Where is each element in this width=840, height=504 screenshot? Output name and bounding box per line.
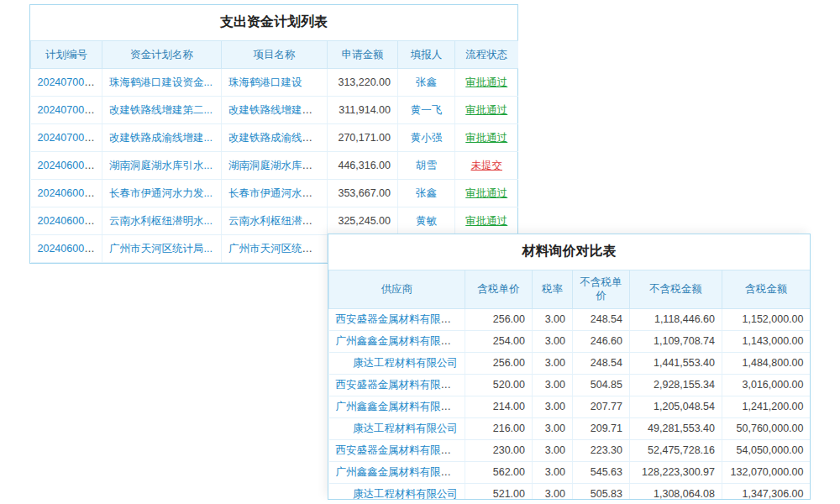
plan-table: 计划编号 资金计划名称 项目名称 申请金额 填报人 流程状态 202407000… <box>30 40 518 263</box>
amount-incl-cell: 54,050,000.00 <box>722 439 811 461</box>
project-name-cell: 云南水利枢纽潜明... <box>222 207 328 235</box>
project-name-link[interactable]: 湖南洞庭湖水库引... <box>228 160 321 171</box>
status-link[interactable]: 审批通过 <box>465 215 507 227</box>
column-header-plan-name: 资金计划名称 <box>102 41 222 69</box>
plan-id-cell: 2024070001 <box>31 124 102 152</box>
reporter-link[interactable]: 张鑫 <box>416 76 437 88</box>
amount-incl-cell: 1,152,000.00 <box>722 308 811 330</box>
plan-name-link[interactable]: 长春市伊通河水力发... <box>109 187 213 199</box>
status-link[interactable]: 审批通过 <box>465 132 507 144</box>
amount-excl-cell: 1,118,446.60 <box>630 308 722 330</box>
plan-id-link[interactable]: 2024060010 <box>38 187 97 199</box>
plan-name-cell: 珠海鹤港口建设资金... <box>102 69 222 97</box>
plan-name-link[interactable]: 广州市天河区统计局... <box>109 243 213 255</box>
quote-table-panel: 材料询价对比表 供应商 含税单价 税率 不含税单价 不含税金额 含税金额 西安盛… <box>328 234 811 500</box>
plan-id-link[interactable]: 2024070002 <box>38 104 97 116</box>
quote-table-row: 康达工程材料有限公司 216.00 3.00 209.71 49,281,553… <box>329 417 811 439</box>
amount-incl-cell: 132,070,000.00 <box>722 461 811 483</box>
supplier-cell: 康达工程材料有限公司 <box>329 483 465 500</box>
reporter-cell: 胡雪 <box>398 152 455 180</box>
plan-table-row: 2024060011 湖南洞庭湖水库引水... 湖南洞庭湖水库引... 446,… <box>31 152 518 180</box>
column-header-status: 流程状态 <box>455 41 518 69</box>
supplier-link[interactable]: 康达工程材料有限公司 <box>353 423 458 434</box>
amount-incl-cell: 1,347,306.00 <box>722 483 811 500</box>
reporter-link[interactable]: 胡雪 <box>416 160 437 171</box>
quote-table-row: 西安盛器金属材料有限公司 520.00 3.00 504.85 2,928,15… <box>329 374 811 396</box>
amount-excl-cell: 1,441,553.40 <box>630 352 722 374</box>
quote-table-header-row: 供应商 含税单价 税率 不含税单价 不含税金额 含税金额 <box>329 270 811 309</box>
price-excl-cell: 248.54 <box>573 352 630 374</box>
quote-table-row: 广州鑫鑫金属材料有限公司 214.00 3.00 207.77 1,205,04… <box>329 396 811 417</box>
project-name-cell: 珠海鹤港口建设 <box>222 69 328 97</box>
reporter-link[interactable]: 黄敏 <box>416 215 437 227</box>
supplier-link[interactable]: 广州鑫鑫金属材料有限公司 <box>336 466 462 478</box>
amount-excl-cell: 1,205,048.54 <box>630 396 722 417</box>
plan-id-link[interactable]: 2024060008 <box>38 243 97 255</box>
plan-id-cell: 2024070003 <box>31 69 102 97</box>
plan-table-panel: 支出资金计划列表 计划编号 资金计划名称 项目名称 申请金额 填报人 流程状态 … <box>29 4 518 264</box>
plan-table-row: 2024070002 改建铁路线增建第二... 改建铁路线增建第... 311,… <box>31 97 518 124</box>
quote-table-row: 西安盛器金属材料有限公司 256.00 3.00 248.54 1,118,44… <box>329 308 811 330</box>
quote-table-row: 广州鑫鑫金属材料有限公司 562.00 3.00 545.63 128,223,… <box>329 461 811 483</box>
status-link[interactable]: 未提交 <box>471 160 503 171</box>
amount-cell: 313,220.00 <box>328 69 398 97</box>
amount-incl-cell: 1,241,200.00 <box>722 396 811 417</box>
amount-incl-cell: 3,016,000.00 <box>722 374 811 396</box>
supplier-link[interactable]: 西安盛器金属材料有限公司 <box>336 313 462 325</box>
column-header-amount-excl: 不含税金额 <box>630 270 722 309</box>
plan-id-cell: 2024060009 <box>31 207 102 235</box>
plan-id-link[interactable]: 2024060011 <box>38 160 96 171</box>
project-name-link[interactable]: 珠海鹤港口建设 <box>228 76 302 88</box>
plan-name-link[interactable]: 云南水利枢纽潜明水... <box>109 215 213 227</box>
supplier-link[interactable]: 西安盛器金属材料有限公司 <box>336 444 462 456</box>
status-link[interactable]: 审批通过 <box>465 104 507 116</box>
project-name-cell: 广州市天河区统计... <box>222 235 328 263</box>
status-link[interactable]: 审批通过 <box>465 187 507 199</box>
quote-table-body: 西安盛器金属材料有限公司 256.00 3.00 248.54 1,118,44… <box>329 308 811 500</box>
price-incl-cell: 520.00 <box>465 374 533 396</box>
column-header-supplier: 供应商 <box>329 270 465 309</box>
amount-cell: 311,914.00 <box>328 97 398 124</box>
reporter-cell: 张鑫 <box>398 69 455 97</box>
supplier-link[interactable]: 康达工程材料有限公司 <box>353 488 458 500</box>
price-excl-cell: 248.54 <box>573 308 630 330</box>
amount-incl-cell: 1,484,800.00 <box>722 352 811 374</box>
plan-table-title: 支出资金计划列表 <box>30 5 517 40</box>
plan-id-link[interactable]: 2024070001 <box>38 132 97 144</box>
project-name-link[interactable]: 改建铁路成渝线增... <box>228 132 321 144</box>
plan-id-link[interactable]: 2024060009 <box>38 215 97 227</box>
project-name-link[interactable]: 广州市天河区统计... <box>228 243 321 255</box>
supplier-link[interactable]: 西安盛器金属材料有限公司 <box>336 379 462 391</box>
price-incl-cell: 254.00 <box>465 330 533 352</box>
plan-table-row: 2024070001 改建铁路成渝线增建... 改建铁路成渝线增... 270,… <box>31 124 518 152</box>
plan-id-link[interactable]: 2024070003 <box>38 76 97 88</box>
reporter-link[interactable]: 张鑫 <box>416 187 437 199</box>
plan-id-cell: 2024070002 <box>31 97 102 124</box>
reporter-cell: 张鑫 <box>398 180 455 207</box>
plan-name-link[interactable]: 改建铁路成渝线增建... <box>109 132 213 144</box>
status-link[interactable]: 审批通过 <box>465 76 507 88</box>
reporter-link[interactable]: 黄小强 <box>411 132 443 144</box>
tax-rate-cell: 3.00 <box>533 439 573 461</box>
supplier-cell: 康达工程材料有限公司 <box>329 352 465 374</box>
reporter-link[interactable]: 黄一飞 <box>411 104 443 116</box>
reporter-cell: 黄敏 <box>398 207 455 235</box>
supplier-link[interactable]: 广州鑫鑫金属材料有限公司 <box>336 335 462 347</box>
plan-name-link[interactable]: 湖南洞庭湖水库引水... <box>109 160 213 171</box>
project-name-link[interactable]: 改建铁路线增建第... <box>228 104 321 116</box>
supplier-cell: 广州鑫鑫金属材料有限公司 <box>329 330 465 352</box>
amount-incl-cell: 50,760,000.00 <box>722 417 811 439</box>
project-name-link[interactable]: 云南水利枢纽潜明... <box>228 215 321 227</box>
status-cell: 审批通过 <box>455 124 518 152</box>
reporter-cell: 黄小强 <box>398 124 455 152</box>
plan-id-cell: 2024060008 <box>31 235 102 263</box>
supplier-link[interactable]: 康达工程材料有限公司 <box>353 357 458 369</box>
price-incl-cell: 562.00 <box>465 461 533 483</box>
plan-name-link[interactable]: 改建铁路线增建第二... <box>109 104 213 116</box>
supplier-link[interactable]: 广州鑫鑫金属材料有限公司 <box>336 401 462 412</box>
reporter-cell: 黄一飞 <box>398 97 455 124</box>
amount-incl-cell: 1,143,000.00 <box>722 330 811 352</box>
project-name-link[interactable]: 长春市伊通河水力... <box>228 187 321 199</box>
amount-cell: 325,245.00 <box>328 207 398 235</box>
plan-name-link[interactable]: 珠海鹤港口建设资金... <box>109 76 213 88</box>
